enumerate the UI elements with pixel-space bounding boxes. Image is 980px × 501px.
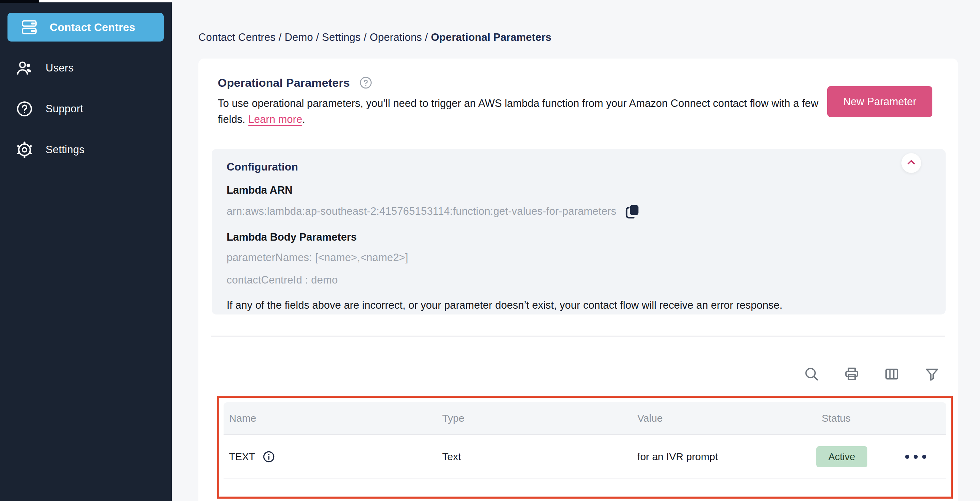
- collapse-configuration-button[interactable]: [901, 153, 921, 173]
- print-icon[interactable]: [843, 366, 860, 382]
- filter-icon[interactable]: [924, 366, 940, 382]
- help-circle-icon[interactable]: [359, 76, 373, 90]
- chevron-up-icon: [905, 156, 918, 170]
- description-line-1: To use operational parameters, you’ll ne…: [218, 95, 891, 111]
- users-icon: [15, 59, 34, 78]
- configuration-warning: If any of the fields above are incorrect…: [227, 299, 929, 312]
- lambda-arn-value: arn:aws:lambda:ap-southeast-2:4157651531…: [227, 205, 616, 218]
- parameter-type: Text: [437, 451, 632, 463]
- help-circle-icon: [15, 99, 34, 118]
- window-edge-artifact: [39, 0, 172, 2]
- parameter-value: for an IVR prompt: [632, 451, 816, 463]
- status-badge: Active: [816, 446, 867, 467]
- lambda-arn-label: Lambda ARN: [227, 184, 929, 196]
- column-header-type[interactable]: Type: [437, 412, 632, 424]
- parameters-table-highlight: Name Type Value Status TEXT: [217, 396, 953, 499]
- parameter-name: TEXT: [229, 451, 255, 463]
- info-icon[interactable]: [262, 450, 275, 464]
- server-stack-icon: [20, 18, 39, 37]
- view-columns-icon[interactable]: [884, 366, 900, 382]
- description-line-2: fields. Learn more.: [218, 111, 891, 127]
- sidebar-item-label: Contact Centres: [50, 21, 135, 34]
- sidebar-item-contact-centres[interactable]: Contact Centres: [8, 13, 164, 41]
- page-title: Operational Parameters: [218, 76, 350, 89]
- new-parameter-button[interactable]: New Parameter: [827, 86, 932, 117]
- breadcrumb[interactable]: Contact Centres / Demo / Settings / Oper…: [172, 0, 980, 44]
- sidebar-item-label: Support: [46, 103, 83, 115]
- column-header-value[interactable]: Value: [632, 412, 816, 424]
- sidebar-item-label: Users: [46, 62, 73, 74]
- body-parameter-contact-centre-id: contactCentreId : demo: [227, 274, 929, 286]
- sidebar: Contact Centres Users Support: [0, 0, 172, 501]
- window-edge-artifact: [0, 0, 39, 3]
- sidebar-item-settings[interactable]: Settings: [8, 135, 164, 164]
- page-description: To use operational parameters, you’ll ne…: [218, 95, 891, 127]
- sidebar-item-support[interactable]: Support: [8, 95, 164, 123]
- row-divider: [224, 479, 946, 479]
- breadcrumb-current: Operational Parameters: [431, 31, 552, 43]
- breadcrumb-path: Contact Centres / Demo / Settings / Oper…: [198, 31, 431, 43]
- lambda-body-label: Lambda Body Parameters: [227, 231, 929, 243]
- configuration-title: Configuration: [227, 161, 929, 173]
- table-row[interactable]: TEXT Text for an IVR prompt Active: [224, 435, 946, 479]
- column-header-name[interactable]: Name: [224, 412, 437, 424]
- configuration-panel: Configuration Lambda ARN arn:aws:lambda:…: [212, 149, 946, 315]
- search-icon[interactable]: [803, 366, 820, 382]
- gear-icon: [15, 140, 34, 159]
- copy-icon[interactable]: [624, 202, 641, 220]
- learn-more-link[interactable]: Learn more: [248, 113, 302, 125]
- sidebar-item-users[interactable]: Users: [8, 54, 164, 83]
- table-header-row: Name Type Value Status: [224, 402, 946, 435]
- table-toolbar: [198, 366, 940, 382]
- sidebar-item-label: Settings: [46, 144, 84, 156]
- operational-parameters-card: Operational Parameters To use operationa…: [198, 59, 958, 501]
- section-divider: [211, 336, 945, 337]
- ellipsis-icon[interactable]: [896, 455, 946, 459]
- column-header-status[interactable]: Status: [816, 412, 896, 424]
- main-content: Contact Centres / Demo / Settings / Oper…: [172, 0, 980, 501]
- body-parameter-names: parameterNames: [<name>,<name2>]: [227, 251, 929, 264]
